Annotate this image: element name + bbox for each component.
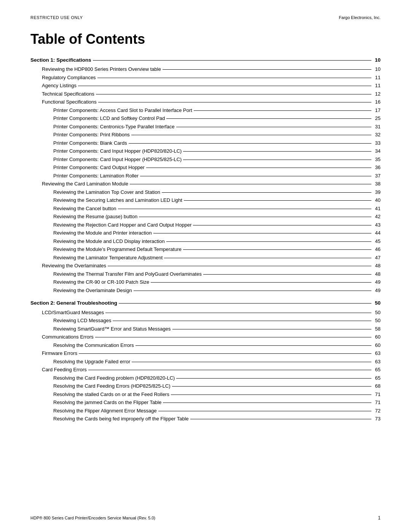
entry-text: Reviewing the Rejection Card Hopper and … [53,221,191,229]
entry-dots [135,345,371,346]
toc-entry: Firmware Errors63 [30,350,381,357]
entry-page: 60 [373,342,381,349]
entry-page: 63 [373,350,381,357]
entry-page: 50 [373,317,381,324]
entry-dots [190,419,371,419]
toc-entry: Reviewing the Resume (pause) button42 [30,213,381,220]
toc-entry: Reviewing the Module and Printer interac… [30,229,381,237]
toc-entry: Reviewing the Cancel button41 [30,205,381,212]
entry-page: 25 [373,115,381,122]
entry-text: Reviewing the Module and LCD Display int… [53,238,165,245]
entry-page: 68 [373,382,381,390]
entry-text: Printer Components: Card Input Hopper (H… [53,147,182,155]
toc-entry: Resolving the Card Feeding Errors (HDP82… [30,382,381,390]
section-heading: Section 1: Specifications10 [30,56,381,64]
toc-entry: Printer Components: LCD and Softkey Cont… [30,115,381,122]
entry-page: 72 [373,407,381,415]
entry-text: Technical Specifications [42,90,94,98]
entry-dots [151,282,371,283]
toc-entry: Resolving the Flipper Alignment Error Me… [30,407,381,415]
entry-dots [88,370,371,370]
entry-dots [93,60,371,61]
toc-entry: Communications Errors60 [30,333,381,341]
entry-text: Reviewing the Overlaminates [42,262,106,270]
entry-text: Resolving the Card Feeding problem (HDP8… [53,374,175,382]
entry-page: 58 [373,325,381,333]
entry-dots [153,233,371,233]
entry-page: 32 [373,131,381,139]
entry-text: Regulatory Compliances [42,74,96,81]
toc-entry: Printer Components: Lamination Roller37 [30,172,381,180]
toc-entry: Printer Components: Access Card Slot to … [30,107,381,114]
entry-page: 42 [373,213,381,220]
entry-text: Reviewing the Module and Printer interac… [53,229,152,237]
entry-dots [171,395,371,395]
entry-dots [203,274,371,275]
footer-page-number: 1 [378,515,381,521]
entry-page: 39 [373,189,381,196]
toc-entry: Printer Components: Print Ribbons32 [30,131,381,139]
page-header: RESTRICTED USE ONLY Fargo Electronics, I… [30,15,381,20]
toc-entry: Resolving the Upgrade Failed error63 [30,358,381,366]
toc-entry: Printer Components: Centronics-Type Para… [30,123,381,131]
entry-page: 47 [373,254,381,262]
entry-page: 50 [373,299,381,307]
entry-dots [139,217,371,217]
entry-dots [105,313,371,313]
entry-dots [113,321,371,321]
entry-text: Reviewing the Lamination Top Cover and S… [53,189,160,196]
entry-page: 12 [373,90,381,98]
entry-text: Reviewing the CR-90 or CR-100 Patch Size [53,278,149,286]
entry-dots [162,69,371,70]
entry-text: Card Feeding Errors [42,366,87,374]
entry-page: 65 [373,374,381,382]
entry-dots [98,102,371,102]
entry-dots [166,241,371,242]
entry-text: Printer Components: Lamination Roller [53,172,139,180]
toc-entry: Agency Listings11 [30,82,381,89]
toc-entry: Reviewing the Card Lamination Module38 [30,180,381,188]
header-company: Fargo Electronics, Inc. [339,15,381,20]
entry-dots [183,249,371,250]
entry-dots [119,303,371,304]
entry-text: Reviewing the Cancel button [53,205,116,212]
entry-text: Resolving the Cards being fed improperly… [53,415,189,423]
entry-dots [134,291,371,291]
entry-page: 73 [373,415,381,423]
entry-page: 44 [373,229,381,237]
entry-dots [132,362,371,362]
entry-dots [130,184,371,184]
entry-dots [95,337,371,337]
entry-text: Printer Components: Card Output Hopper [53,164,145,171]
entry-page: 41 [373,205,381,212]
entry-dots [108,266,371,266]
entry-page: 11 [373,74,381,81]
entry-page: 71 [373,399,381,406]
footer-manual-title: HDP® 800 Series Card Printer/Encoders Se… [30,516,155,520]
entry-page: 48 [373,262,381,270]
page-title: Table of Contents [30,31,381,47]
entry-text: Reviewing the Module’s Programmed Defaul… [53,246,182,253]
toc-entry: Reviewing the Securing Latches and Lamin… [30,197,381,204]
toc-entry: Resolving the Communication Errors60 [30,342,381,349]
toc-entry: Reviewing the Overlaminates48 [30,262,381,270]
toc-entry: Printer Components: Card Input Hopper (H… [30,156,381,163]
entry-text: Firmware Errors [42,350,77,357]
entry-page: 63 [373,358,381,366]
entry-dots [166,118,371,119]
entry-page: 35 [373,156,381,163]
entry-text: Reviewing the Securing Latches and Lamin… [53,197,182,204]
page-container: RESTRICTED USE ONLY Fargo Electronics, I… [0,0,411,532]
entry-page: 50 [373,309,381,316]
entry-page: 38 [373,180,381,188]
entry-dots [184,200,371,201]
entry-page: 48 [373,270,381,278]
entry-page: 71 [373,391,381,398]
entry-text: Printer Components: Blank Cards [53,139,127,147]
entry-page: 16 [373,98,381,106]
entry-text: Resolving the stalled Cards on or at the… [53,391,169,398]
entry-dots [172,386,371,387]
entry-dots [79,353,371,354]
entry-page: 31 [373,123,381,131]
entry-text: Printer Components: Access Card Slot to … [53,107,192,114]
